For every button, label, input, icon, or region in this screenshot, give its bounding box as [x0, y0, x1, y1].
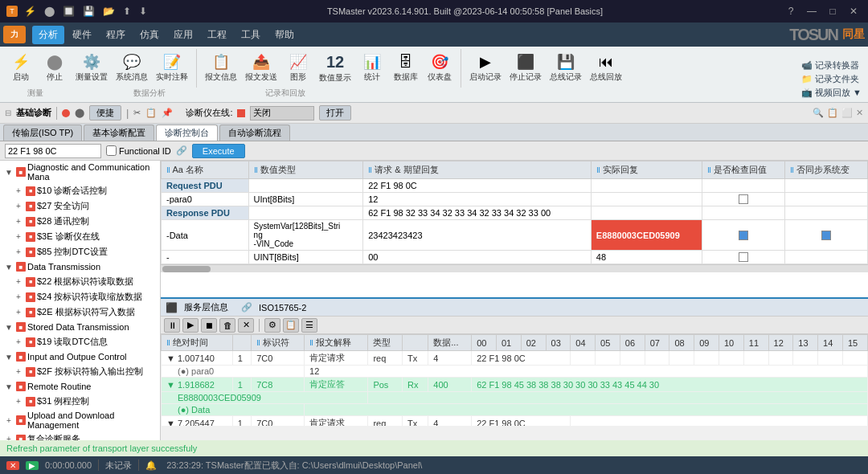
frame-send-button[interactable]: 📤 报文发送	[242, 51, 280, 85]
menu-application[interactable]: 应用	[167, 26, 199, 44]
expand-icon-13: +	[13, 366, 24, 378]
tree-item-13[interactable]: + ■ $2F 按标识符输入输出控制	[0, 364, 160, 379]
close-button[interactable]: ✕	[845, 4, 862, 18]
tree-item-0[interactable]: ▼ ■ Diagnostic and Communication Mana	[0, 161, 160, 183]
tree-item-2[interactable]: + ■ $27 安全访问	[0, 198, 160, 214]
dashboard-button[interactable]: 🎯 仪表盘	[424, 51, 456, 85]
data-actual: E8880003CED05909	[591, 220, 702, 251]
msg-1-pad10	[793, 351, 818, 366]
msg-1-pad2	[596, 351, 620, 366]
clear-btn[interactable]: 🗑	[219, 318, 235, 333]
stop-btn[interactable]: ⏹	[201, 318, 217, 333]
resp-pdu-check	[702, 206, 785, 220]
tab-basic-config[interactable]: 基本诊断配置	[84, 125, 154, 141]
video-playback-btn[interactable]: 📺 视频回放 ▼	[801, 87, 862, 99]
status-stop-btn[interactable]: ✕	[6, 461, 19, 470]
scroll-thumb-h[interactable]	[162, 266, 211, 272]
msg-1-pad3	[620, 351, 645, 366]
menu-help[interactable]: 帮助	[268, 26, 301, 44]
msg-1-pad12	[842, 351, 867, 366]
start-record-button[interactable]: ▶ 启动记录	[466, 51, 505, 85]
bus-record-button[interactable]: 💾 总线记录	[547, 51, 585, 85]
menu-hardware[interactable]: 硬件	[66, 26, 98, 44]
menu-simulation[interactable]: 仿真	[133, 26, 166, 44]
pause-btn[interactable]: ⏸	[164, 318, 180, 333]
tree-item-8[interactable]: + ■ $24 按标识符读取缩放数据	[0, 289, 160, 304]
msg-1-type: req	[368, 351, 403, 366]
database-button[interactable]: 🗄 数据库	[390, 51, 422, 85]
statistics-button[interactable]: 📊 统计	[356, 51, 388, 85]
record-folder-btn[interactable]: 📁 记录文件夹	[801, 73, 862, 85]
msg-2-type: Pos	[368, 378, 403, 392]
realtime-note-button[interactable]: 📝 实时注释	[153, 51, 191, 85]
menu-engineering[interactable]: 工程	[201, 26, 233, 44]
msg-row-1a: (●) para0 12	[162, 366, 868, 378]
tree-item-6[interactable]: ▼ ■ Data Transmission	[0, 259, 160, 274]
tree-item-1[interactable]: + ■ $10 诊断会话控制	[0, 183, 160, 198]
tree-item-3[interactable]: + ■ $28 通讯控制	[0, 214, 160, 229]
copy-btn[interactable]: 📋	[283, 318, 299, 333]
record-converter-btn[interactable]: 📹 记录转换器	[801, 59, 862, 72]
bus-playback-button[interactable]: ⏮ 总线回放	[587, 51, 625, 85]
tree-item-10[interactable]: ▼ ■ Stored Data Transmission	[0, 320, 160, 334]
stop-button[interactable]: ⬤ 停止	[39, 51, 71, 85]
tab-auto[interactable]: 自动诊断流程	[219, 125, 290, 141]
system-messages-button[interactable]: 💬 系统消息	[113, 51, 151, 85]
main-toolbar: ⚡ 启动 ⬤ 停止 ⚙️ 测量设置 💬 系统消息 📝 实时注释	[0, 47, 868, 103]
shortcut-button[interactable]: 便捷	[89, 105, 121, 121]
measure-settings-button[interactable]: ⚙️ 测量设置	[72, 51, 111, 85]
start-button[interactable]: ⚡ 启动	[5, 51, 37, 85]
tree-item-5[interactable]: + ■ $85 控制DTC设置	[0, 244, 160, 259]
title-bar: T ⚡ ⬤ 🔲 💾 📂 ⬆ ⬇ TSMaster v2023.6.14.901.…	[0, 0, 868, 22]
msg-3-time: ▼ 7.205447	[162, 416, 233, 427]
open-button[interactable]: 打开	[319, 105, 351, 121]
msg-row-2a: E8880003CED05909	[162, 392, 868, 404]
dash-sync	[785, 251, 868, 264]
menu-analysis[interactable]: 分析	[32, 26, 64, 44]
graph-button[interactable]: 📈 图形	[282, 51, 314, 85]
tree-item-15[interactable]: + ■ $31 例程控制	[0, 394, 160, 409]
settings-btn[interactable]: ⚙	[264, 318, 280, 333]
bottom-message-table: Ⅱ 绝对时间 Ⅱ 标识符 Ⅱ 报文解释 类型 数据... 00 01 0	[161, 334, 868, 426]
col-dir	[403, 335, 428, 351]
diag-tab-bar: 传输层(ISO TP) 基本诊断配置 诊断控制台 自动诊断流程	[0, 124, 868, 141]
menu-tools[interactable]: 工具	[235, 26, 267, 44]
maximize-button[interactable]: □	[825, 4, 841, 18]
tree-item-9[interactable]: + ■ $2E 根据标识符写入数据	[0, 304, 160, 320]
tab-iso-tp[interactable]: 传输层(ISO TP)	[3, 125, 82, 141]
tree-item-17[interactable]: + ■ 复合诊断服务	[0, 431, 160, 440]
numeric-display-button[interactable]: 12 数值显示	[316, 51, 354, 86]
menu-btn[interactable]: ☰	[301, 318, 317, 333]
tree-item-4[interactable]: + ■ $3E 诊断仪在线	[0, 229, 160, 244]
tree-item-12[interactable]: ▼ ■ Input and Outpue Control	[0, 349, 160, 364]
minimize-button[interactable]: —	[804, 4, 820, 18]
online-status-input[interactable]	[250, 106, 314, 121]
msg-3-pad	[571, 416, 868, 427]
tree-item-16[interactable]: + ■ Upload and Download Management	[0, 409, 160, 431]
frame-info-button[interactable]: 📋 报文信息	[202, 51, 240, 85]
table-scrollbar-h[interactable]	[161, 264, 868, 272]
close-btn[interactable]: ✕	[238, 318, 254, 333]
msg-3-len: 4	[428, 416, 472, 427]
functional-id-checkbox[interactable]	[106, 145, 117, 156]
tree-item-14[interactable]: ▼ ■ Remote Routine	[0, 379, 160, 394]
tree-node-icon-2: ■	[26, 202, 35, 211]
stop-record-button[interactable]: ⬛ 停止记录	[506, 51, 545, 85]
help-button[interactable]: ?	[783, 4, 799, 18]
tab-control[interactable]: 诊断控制台	[156, 125, 218, 141]
play-btn[interactable]: ▶	[182, 318, 199, 333]
tree-item-11[interactable]: + ■ $19 读取DTC信息	[0, 334, 160, 349]
filter-input[interactable]	[5, 144, 101, 158]
para0-check	[702, 193, 785, 206]
menu-program[interactable]: 程序	[100, 26, 132, 44]
msg-1-pad8	[743, 351, 768, 366]
tree-item-7[interactable]: + ■ $22 根据标识符读取数据	[0, 274, 160, 289]
status-play-btn[interactable]: ▶	[26, 461, 39, 470]
data-check	[702, 220, 785, 251]
tree-node-icon-4: ■	[26, 232, 35, 242]
execute-button[interactable]: Execute	[192, 144, 245, 158]
tree-label-1: $10 诊断会话控制	[37, 185, 157, 197]
col-datalen: 数据...	[428, 335, 472, 351]
dash-name: -	[162, 251, 249, 264]
col-header-check: Ⅱ 是否检查回值	[702, 161, 785, 179]
